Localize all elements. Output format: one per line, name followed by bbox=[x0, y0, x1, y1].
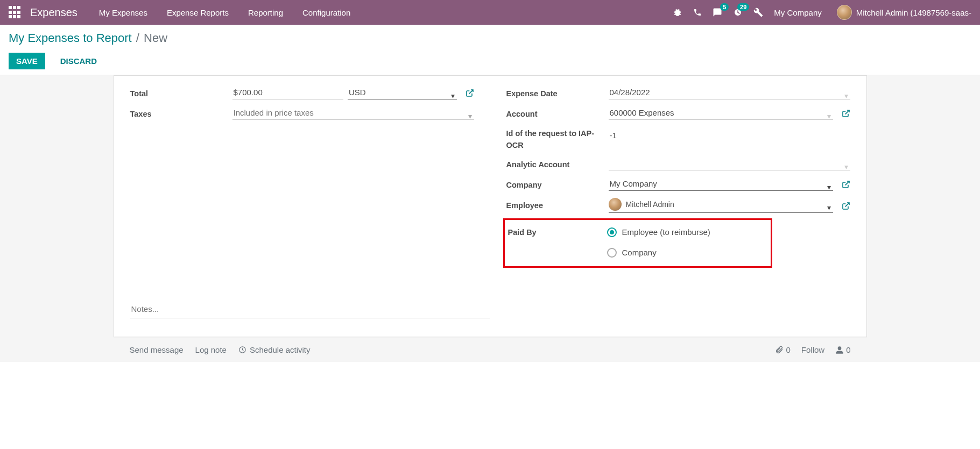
log-note-button[interactable]: Log note bbox=[195, 345, 227, 354]
company-switcher[interactable]: My Company bbox=[774, 8, 821, 17]
breadcrumb-parent[interactable]: My Expenses to Report bbox=[9, 31, 132, 45]
company-label: Company bbox=[506, 177, 609, 192]
chevron-down-icon: ▾ bbox=[468, 109, 472, 123]
account-label: Account bbox=[506, 106, 609, 121]
tools-icon[interactable] bbox=[753, 8, 763, 17]
iap-value: -1 bbox=[609, 126, 850, 145]
avatar-icon bbox=[837, 5, 852, 20]
breadcrumb: My Expenses to Report / New bbox=[9, 31, 971, 45]
schedule-activity-label: Schedule activity bbox=[250, 345, 311, 354]
company-select[interactable] bbox=[609, 177, 833, 191]
taxes-label: Taxes bbox=[130, 106, 232, 121]
external-link-icon[interactable] bbox=[842, 198, 850, 212]
discard-button[interactable]: Discard bbox=[53, 53, 104, 69]
currency-select[interactable] bbox=[348, 85, 457, 99]
user-menu[interactable]: Mitchell Admin (14987569-saas- bbox=[837, 5, 971, 20]
radio-unchecked-icon bbox=[607, 248, 617, 258]
user-name: Mitchell Admin (14987569-saas- bbox=[856, 8, 971, 17]
chevron-down-icon: ▾ bbox=[827, 180, 831, 194]
radio-checked-icon bbox=[607, 227, 617, 237]
activities-badge: 29 bbox=[737, 3, 749, 11]
send-message-button[interactable]: Send message bbox=[130, 345, 184, 354]
phone-icon[interactable] bbox=[693, 8, 702, 17]
expense-date-label: Expense Date bbox=[506, 85, 609, 101]
paid-by-company-radio[interactable]: Company bbox=[607, 246, 771, 260]
chevron-down-icon: ▾ bbox=[844, 160, 848, 174]
messages-badge: 5 bbox=[720, 3, 729, 11]
save-button[interactable]: Save bbox=[9, 53, 45, 69]
external-link-icon[interactable] bbox=[842, 106, 850, 120]
chevron-down-icon: ▾ bbox=[827, 201, 831, 215]
paid-by-highlight: Paid By Employee (to reimburse) Company bbox=[503, 218, 772, 268]
external-link-icon[interactable] bbox=[842, 177, 850, 191]
chevron-down-icon: ▾ bbox=[844, 89, 848, 103]
taxes-input[interactable] bbox=[232, 106, 474, 120]
employee-avatar-icon bbox=[609, 198, 622, 211]
analytic-account-select[interactable] bbox=[609, 156, 850, 170]
total-label: Total bbox=[130, 85, 232, 101]
paid-by-employee-radio[interactable]: Employee (to reimburse) bbox=[607, 225, 771, 239]
analytic-account-label: Analytic Account bbox=[506, 156, 609, 172]
followers-count[interactable]: 0 bbox=[835, 345, 850, 354]
nav-reporting[interactable]: Reporting bbox=[248, 8, 283, 17]
account-select[interactable] bbox=[609, 106, 833, 120]
notes-input[interactable] bbox=[130, 300, 490, 318]
chevron-down-icon: ▾ bbox=[827, 109, 831, 123]
total-input[interactable] bbox=[232, 85, 344, 99]
paid-by-company-label: Company bbox=[622, 246, 657, 260]
employee-value[interactable]: Mitchell Admin bbox=[626, 197, 674, 211]
breadcrumb-current: New bbox=[144, 31, 167, 45]
app-brand: Expenses bbox=[30, 6, 77, 19]
messages-icon[interactable]: 5 bbox=[713, 8, 722, 17]
nav-expense-reports[interactable]: Expense Reports bbox=[167, 8, 229, 17]
nav-configuration[interactable]: Configuration bbox=[302, 8, 350, 17]
schedule-activity-button[interactable]: Schedule activity bbox=[238, 345, 311, 354]
expense-date-input[interactable] bbox=[609, 85, 850, 99]
employee-label: Employee bbox=[506, 197, 609, 212]
paid-by-employee-label: Employee (to reimburse) bbox=[622, 225, 710, 239]
follow-button[interactable]: Follow bbox=[801, 345, 824, 354]
attachments-count[interactable]: 0 bbox=[775, 345, 790, 354]
activities-icon[interactable]: 29 bbox=[733, 8, 743, 17]
bug-icon[interactable] bbox=[673, 8, 682, 17]
apps-icon[interactable] bbox=[9, 6, 22, 19]
external-link-icon[interactable] bbox=[466, 85, 474, 99]
paid-by-label: Paid By bbox=[505, 224, 607, 239]
iap-label: Id of the request to IAP-OCR bbox=[506, 126, 609, 151]
nav-my-expenses[interactable]: My Expenses bbox=[99, 8, 147, 17]
chevron-down-icon: ▾ bbox=[451, 89, 455, 103]
